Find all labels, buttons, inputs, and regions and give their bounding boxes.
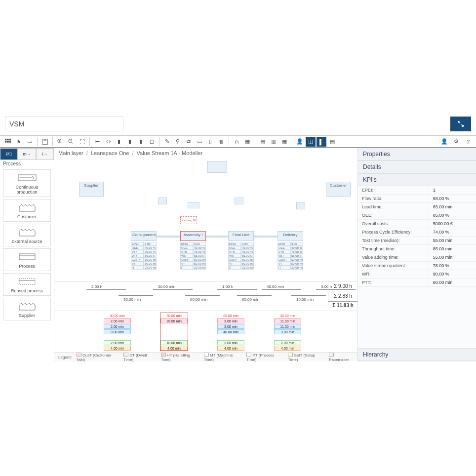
svg-rect-17	[19, 254, 35, 260]
window-icon[interactable]: ▭	[25, 137, 35, 147]
kpi-row: WR:90.00 %	[358, 270, 476, 278]
help-icon[interactable]: ?	[463, 137, 473, 147]
fit-icon[interactable]: ⛶	[77, 137, 87, 147]
chart-icon[interactable]: ◫	[306, 137, 316, 147]
profile-icon[interactable]: 👤	[439, 137, 449, 147]
title-text: VSM	[9, 120, 24, 128]
svg-rect-4	[7, 141, 9, 143]
palette-icon	[5, 226, 48, 238]
legend-item: CusT (Customer Takt)	[77, 353, 119, 362]
properties-header[interactable]: Properties	[358, 148, 476, 160]
zoom-in-icon[interactable]	[55, 137, 65, 147]
grid-icon[interactable]	[3, 137, 13, 147]
legend-item: HT (Handling Time)	[161, 353, 199, 362]
assembly-node[interactable]: Assembly I	[180, 231, 206, 241]
svg-rect-5	[9, 141, 11, 143]
delivery-node[interactable]: Delivery	[278, 231, 303, 241]
legend-item: PT (Process Time)	[246, 353, 283, 362]
paste-icon[interactable]: ▭	[195, 137, 204, 147]
pencil-icon[interactable]: ✎	[162, 137, 172, 147]
kpi-row: PTT:60.00 min	[358, 278, 476, 287]
kpi-row: Overall costs:5000.00 €	[358, 220, 476, 228]
kpis-header[interactable]: KPI's	[358, 174, 476, 186]
finalline-node[interactable]: Final Line	[228, 231, 254, 241]
info-node-3[interactable]	[235, 198, 243, 204]
title-input[interactable]: VSM	[5, 117, 123, 131]
legend-title: Legend	[58, 355, 72, 359]
image-icon[interactable]: ▦	[242, 137, 252, 147]
timeline-bottom-label: 65.00 min	[242, 297, 259, 302]
doc-icon[interactable]: ▤	[327, 137, 337, 147]
sidebar-tab-material[interactable]: m→	[18, 148, 36, 160]
zoom-out-icon[interactable]	[66, 137, 76, 147]
timeline-top-label: 20.00 min	[158, 284, 175, 289]
detail-col: 30.00 min11.00 min11.00 min3.00 min2.00 …	[274, 313, 301, 351]
sum-mid: Σ 2.83 h	[328, 292, 357, 300]
svg-rect-2	[9, 138, 11, 140]
palette-supplier[interactable]: Supplier	[3, 298, 51, 320]
sidebar-tab-info[interactable]: i→	[36, 148, 54, 160]
gear-icon[interactable]: ⚙	[451, 137, 461, 147]
align-v2-icon[interactable]: ▮	[125, 137, 135, 147]
duplicate-icon[interactable]: ▯	[205, 137, 215, 147]
legend-item: Pacemaker	[329, 353, 354, 362]
expand-button[interactable]	[450, 117, 471, 131]
palette-icon	[5, 251, 48, 263]
copy-icon[interactable]: ⧉	[184, 137, 194, 147]
svg-rect-19	[19, 278, 35, 284]
layout1-icon[interactable]: ▤	[258, 137, 268, 147]
kpi-row: Value adding time:55.00 min	[358, 253, 476, 262]
supplier-node[interactable]: Supplier	[79, 182, 104, 197]
sidebar-tab-process[interactable]: P□	[0, 148, 18, 160]
sidebar: P□ m→ i→ Process Continuous productionCu…	[0, 148, 54, 361]
details-header[interactable]: Details	[358, 161, 476, 173]
process-data-table: EPEI3.00OEE40.00 %VTh76.00 %WR66.00 sCus…	[278, 242, 303, 270]
kaizen-node[interactable]: Kaizen_16	[180, 216, 197, 224]
legend-item: SetT (Setup Time)	[288, 353, 324, 362]
timeline-bottom-label: 60.00 min	[190, 297, 207, 302]
palette-icon	[5, 300, 48, 312]
control-node[interactable]	[207, 161, 227, 173]
align-center-icon[interactable]: ⇔	[103, 137, 113, 147]
print-icon[interactable]: ⎙	[232, 137, 241, 147]
save-icon[interactable]	[40, 137, 50, 147]
detail-area: 30.00 min2.00 min2.00 min9.00 min2.00 mi…	[54, 311, 357, 353]
svg-rect-7	[43, 139, 46, 141]
detail-col: 30.00 min2.00 min2.00 min9.00 min2.00 mi…	[104, 313, 131, 351]
align-v1-icon[interactable]: ▮	[114, 137, 124, 147]
select-icon[interactable]: ◻	[147, 137, 157, 147]
process-data-table: EPEI3.00OEE40.00 %VTh76.00 %WR66.00 sCus…	[180, 242, 206, 270]
palette-reused-process[interactable]: Reused process	[3, 273, 51, 296]
customer-node[interactable]: Customer	[326, 182, 351, 197]
palette-customer[interactable]: Customer	[3, 199, 51, 222]
info-node-1[interactable]	[158, 198, 167, 204]
consignment-node[interactable]: Consignment	[131, 231, 157, 241]
breadcrumb-0[interactable]: Main layer	[58, 150, 83, 156]
toolbar: ★ ▭ ⛶ ⇤ ⇔ ▮ ▮ ▮ ◻ ✎ ⚲ ⧉ ▭ ▯ 🗑 ⎙ ▦ ▤ ▥ ▦ …	[0, 135, 476, 148]
breadcrumb-1[interactable]: Leanspace One	[91, 150, 129, 156]
layout2-icon[interactable]: ▥	[269, 137, 278, 147]
kpi-row: OEE:85.00 %	[358, 211, 476, 220]
sidebar-label: Process	[0, 160, 54, 167]
align-left-icon[interactable]: ⇤	[92, 137, 102, 147]
palette-icon	[5, 276, 48, 287]
star-icon[interactable]: ★	[14, 137, 24, 147]
palette-continuous-production[interactable]: Continuous production	[3, 169, 51, 197]
user-icon[interactable]: 👤	[295, 137, 305, 147]
main-row: P□ m→ i→ Process Continuous productionCu…	[0, 148, 476, 361]
kpi-row: Throughput time:85.00 min	[358, 245, 476, 253]
info-node-4[interactable]	[296, 202, 305, 209]
align-v3-icon[interactable]: ▮	[136, 137, 146, 147]
palette-external-source[interactable]: External source	[3, 224, 51, 246]
svg-rect-0	[5, 138, 7, 140]
hierarchy-header[interactable]: Hierarchy	[358, 349, 476, 361]
breadcrumb-2[interactable]: Value Stream 1A - Modeller	[137, 150, 203, 156]
trash-icon[interactable]: 🗑	[216, 137, 226, 147]
diagram-canvas[interactable]: Supplier Customer Kaizen_16 Consignment …	[54, 158, 357, 281]
stamp-icon[interactable]: ⚲	[173, 137, 183, 147]
layout3-icon[interactable]: ▦	[279, 137, 289, 147]
title-bar: VSM	[0, 115, 476, 133]
info-node-2[interactable]	[188, 202, 199, 208]
palette-process[interactable]: Process	[3, 248, 51, 271]
panel-icon[interactable]: ▌	[317, 137, 326, 147]
